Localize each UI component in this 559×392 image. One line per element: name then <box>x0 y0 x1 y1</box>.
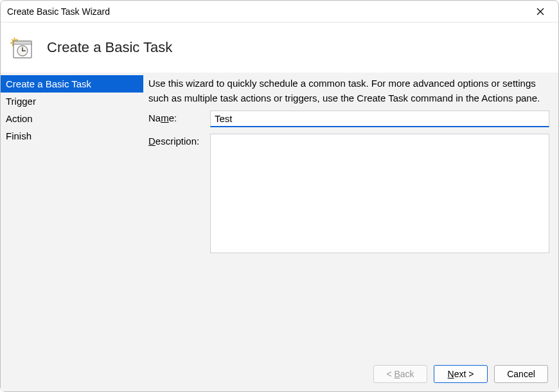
back-button: < Back <box>373 365 427 383</box>
name-input[interactable] <box>210 111 549 127</box>
wizard-steps-sidebar: Create a Basic Task Trigger Action Finis… <box>1 73 143 357</box>
window-title: Create Basic Task Wizard <box>7 6 526 17</box>
wizard-footer: < Back Next > Cancel <box>1 357 558 391</box>
wizard-header: Create a Basic Task <box>1 22 558 73</box>
svg-point-8 <box>22 50 23 51</box>
step-finish[interactable]: Finish <box>1 127 143 145</box>
description-label: Description: <box>148 134 210 147</box>
wizard-main-panel: Use this wizard to quickly schedule a co… <box>143 73 558 357</box>
wizard-window: Create Basic Task Wizard Creat <box>0 0 559 392</box>
svg-rect-4 <box>13 41 31 44</box>
next-button[interactable]: Next > <box>434 365 488 383</box>
wizard-body: Create a Basic Task Trigger Action Finis… <box>1 73 558 357</box>
step-action[interactable]: Action <box>1 110 143 127</box>
name-label: Name: <box>148 111 210 123</box>
close-icon <box>537 8 544 15</box>
cancel-button[interactable]: Cancel <box>494 365 548 383</box>
titlebar: Create Basic Task Wizard <box>1 1 558 22</box>
step-create-basic-task[interactable]: Create a Basic Task <box>1 75 143 93</box>
description-input[interactable] <box>210 134 549 253</box>
description-row: Description: <box>148 134 549 253</box>
intro-text: Use this wizard to quickly schedule a co… <box>148 76 549 105</box>
page-heading: Create a Basic Task <box>47 39 172 56</box>
scheduled-task-wizard-icon <box>10 36 33 59</box>
wizard-icon <box>10 36 33 59</box>
step-trigger[interactable]: Trigger <box>1 93 143 110</box>
close-button[interactable] <box>526 2 555 21</box>
name-row: Name: <box>148 111 549 127</box>
